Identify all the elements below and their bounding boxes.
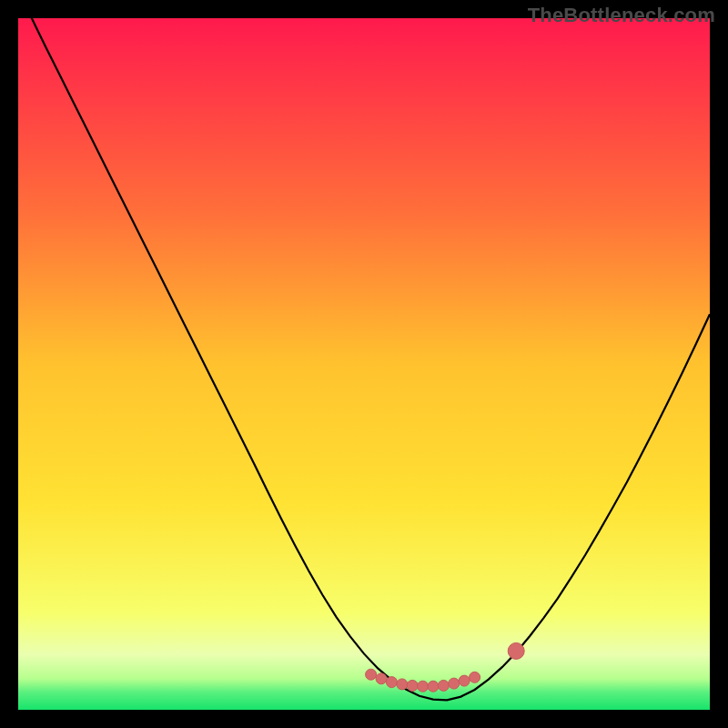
trough-marker: [449, 678, 460, 689]
trough-marker: [459, 675, 470, 686]
bottleneck-chart: [18, 18, 710, 710]
watermark-text: TheBottleneck.com: [528, 4, 715, 27]
trough-marker: [470, 672, 480, 682]
trough-marker: [508, 642, 524, 659]
trough-marker: [366, 669, 377, 680]
trough-marker: [386, 677, 397, 688]
trough-marker: [397, 679, 408, 690]
gradient-background: [18, 18, 710, 710]
trough-marker: [418, 681, 429, 692]
chart-frame: TheBottleneck.com: [0, 0, 728, 728]
trough-marker: [407, 680, 418, 691]
trough-marker: [428, 681, 439, 692]
trough-marker: [376, 673, 387, 684]
trough-marker: [438, 680, 449, 691]
